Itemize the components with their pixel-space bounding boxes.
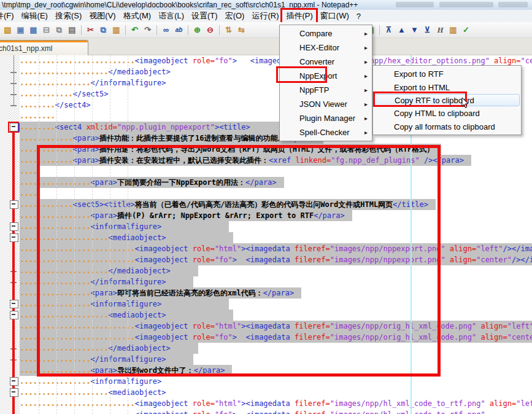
- replace-icon[interactable]: ab: [173, 24, 185, 36]
- menu-item-nppexport[interactable]: NppExport▸: [280, 69, 372, 83]
- whitespace-dots: [20, 90, 73, 98]
- spell-check-icon[interactable]: ✓: [460, 24, 472, 36]
- fold-collapse-box[interactable]: [10, 388, 18, 397]
- fold-end-tick: [10, 83, 17, 84]
- code-line: <informalfigure>: [20, 376, 161, 387]
- fold-end-tick: [10, 72, 17, 73]
- menu-item-nppftp[interactable]: NppFTP▸: [280, 83, 372, 97]
- menubar: 文件(F)编辑(E)搜索(S)视图(V)格式(M)语言(L)设置(T)宏(O)运…: [0, 10, 532, 22]
- fold-collapse-box[interactable]: [10, 311, 18, 319]
- menubar-item-run[interactable]: 运行(R): [248, 9, 282, 23]
- menu-item-compare[interactable]: Compare▸: [280, 26, 372, 41]
- nav-last-icon[interactable]: ⊻: [422, 24, 433, 36]
- submenu-arrow-icon: ▸: [364, 129, 368, 136]
- fold-collapse-box[interactable]: [10, 222, 18, 231]
- menu-item-label: NppFTP: [299, 85, 329, 95]
- code-line: [20, 188, 37, 199]
- undo-icon[interactable]: ↶: [129, 24, 141, 36]
- code-line: <para>下面简要介绍一下NppExport的用法：</para>: [20, 177, 284, 188]
- menubar-item-help[interactable]: ?: [353, 10, 364, 22]
- save-all-icon[interactable]: ▩: [28, 24, 39, 36]
- menubar-item-edit[interactable]: 编辑(E): [18, 9, 52, 23]
- sync-horizontal-icon[interactable]: ⇆: [236, 24, 247, 36]
- menubar-item-view[interactable]: 视图(V): [85, 9, 119, 23]
- fold-collapse-box[interactable]: [10, 300, 18, 308]
- indent-guide: [56, 55, 57, 414]
- save-icon[interactable]: ▣: [15, 24, 26, 36]
- code-line: </mediaobject>: [20, 343, 198, 354]
- redo-icon[interactable]: ↷: [142, 24, 153, 36]
- tab-label: ch01s1_npp.xml: [0, 44, 52, 53]
- nav-first-icon[interactable]: ⊼: [383, 24, 395, 36]
- find-icon[interactable]: ∞: [160, 24, 172, 36]
- menubar-item-window[interactable]: 窗口(W): [317, 9, 353, 23]
- fold-collapse-box[interactable]: [10, 123, 18, 131]
- code-line: <imageobject role="fo"> <imagedata filer…: [20, 254, 532, 265]
- doc-switcher-icon[interactable]: ▥: [447, 24, 459, 36]
- menu-item-spell-checker[interactable]: Spell-Checker▸: [280, 125, 372, 139]
- menubar-item-language[interactable]: 语言(L): [155, 9, 188, 23]
- toolbar: ▨▣▩⊟⧉▤✂⧉▥↶↷∞ab⊕⊖⇅⇆»▦⊼▲▼⊻H▥✓: [0, 22, 532, 38]
- nppexport-submenu: Export to RTFExport to HTMLCopy RTF to c…: [372, 65, 522, 135]
- submenu-arrow-icon: ▸: [364, 115, 368, 122]
- submenu-item-copy-rtf-to-clipboard[interactable]: Copy RTF to clipboard: [374, 94, 520, 106]
- menu-item-json-viewer[interactable]: JSON Viewer▸: [280, 97, 372, 111]
- code-line: </informalfigure>: [20, 77, 166, 88]
- close-file-icon[interactable]: ⊟: [40, 24, 52, 36]
- whitespace-dots: [20, 101, 55, 109]
- menubar-item-settings[interactable]: 设置(T): [188, 9, 222, 23]
- indent-guide: [92, 55, 93, 414]
- whitespace-dots: [20, 377, 91, 386]
- code-line: [20, 111, 55, 122]
- menubar-item-search[interactable]: 搜索(S): [52, 9, 85, 23]
- whitespace-dots: [20, 300, 91, 308]
- copy-icon[interactable]: ⧉: [98, 24, 109, 36]
- menu-item-label: Spell-Checker: [299, 128, 350, 137]
- whitespace-dots: [20, 145, 73, 154]
- cut-icon[interactable]: ✂: [85, 24, 96, 36]
- menu-item-hex-editor[interactable]: HEX-Editor▸: [280, 41, 372, 55]
- menubar-item-macro[interactable]: 宏(O): [222, 9, 249, 23]
- code-line: <mediaobject>: [20, 387, 166, 398]
- window-title: \tmp\tmp_dev_root\cgwin\home\CLi\develop…: [2, 1, 358, 9]
- fold-collapse-box[interactable]: [10, 233, 18, 242]
- submenu-item-copy-html-to-clipboard[interactable]: Copy HTML to clipboard: [373, 106, 521, 120]
- code-line: </mediaobject>: [20, 66, 171, 77]
- paste-icon[interactable]: ▥: [110, 24, 122, 36]
- menu-item-converter[interactable]: Converter▸: [280, 55, 372, 69]
- open-file-icon[interactable]: ▨: [2, 24, 13, 36]
- menubar-item-file[interactable]: 文件(F): [0, 9, 18, 23]
- selection-anchor-marker: [18, 123, 20, 132]
- menu-item-label: JSON Viewer: [299, 100, 347, 109]
- fold-collapse-box[interactable]: [10, 377, 18, 386]
- heading-icon[interactable]: H: [434, 24, 446, 36]
- zoom-in-icon[interactable]: ⊕: [191, 24, 203, 36]
- mouse-cursor: [461, 97, 470, 109]
- submenu-item-export-to-rtf[interactable]: Export to RTF: [373, 67, 521, 80]
- submenu-arrow-icon: ▸: [364, 72, 368, 79]
- fold-collapse-box[interactable]: [10, 200, 18, 209]
- sync-vertical-icon[interactable]: ⇅: [223, 24, 234, 36]
- menubar-item-format[interactable]: 格式(M): [120, 9, 155, 23]
- indent-guide: [128, 55, 128, 414]
- toolbar-separator: [219, 25, 220, 35]
- whitespace-dots: [20, 333, 135, 342]
- whitespace-dots: [20, 278, 91, 286]
- nav-next-icon[interactable]: ▼: [409, 24, 420, 36]
- whitespace-dots: [20, 211, 91, 220]
- whitespace-dots: [20, 410, 135, 414]
- zoom-out-icon[interactable]: ⊖: [204, 24, 216, 36]
- menubar-item-plugins[interactable]: 插件(P): [282, 9, 316, 23]
- background-window-ghost: [439, 2, 493, 7]
- code-line: </sect4>: [20, 100, 91, 111]
- nav-prev-icon[interactable]: ▲: [396, 24, 407, 36]
- submenu-item-copy-all-formats-to-clipboard[interactable]: Copy all formats to clipboard: [373, 120, 521, 133]
- menu-item-plugin-manager[interactable]: Plugin Manager▸: [280, 111, 372, 125]
- submenu-item-export-to-html[interactable]: Export to HTML: [373, 80, 521, 94]
- whitespace-dots: [20, 134, 73, 143]
- print-icon[interactable]: ▤: [66, 24, 78, 36]
- whitespace-dots: [20, 399, 135, 408]
- titlebar[interactable]: \tmp\tmp_dev_root\cgwin\home\CLi\develop…: [0, 0, 532, 10]
- tab-ch01s1-npp-xml[interactable]: ch01s1_npp.xml: [0, 40, 88, 55]
- close-all-icon[interactable]: ⧉: [53, 24, 65, 36]
